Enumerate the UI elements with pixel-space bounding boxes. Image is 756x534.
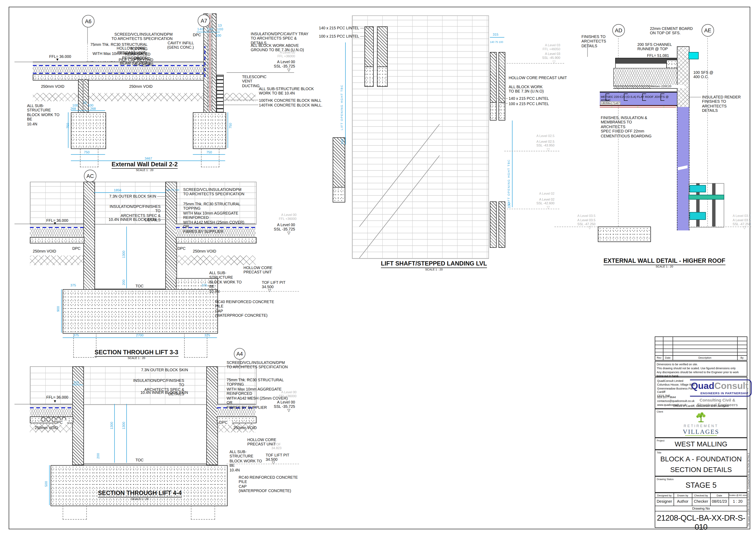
- leader-render: [689, 97, 701, 97]
- ffl-5: FFL= 51.081: [647, 54, 676, 58]
- client-label: Client: [657, 410, 663, 413]
- checked-by-value: Checker: [692, 499, 710, 504]
- dpc-left-3: DPC: [55, 420, 67, 425]
- bubble-ae-label: AE: [704, 28, 711, 33]
- project-box: Project WEST MALLING: [655, 438, 747, 450]
- level-00-3: A Level 00 SSL -35.725: [251, 400, 295, 409]
- dim-200: 200: [122, 280, 125, 285]
- level035-ghost-l: A Level 03.5: [554, 214, 595, 218]
- shaft-wall-l1: [364, 27, 374, 67]
- dim-200-3: 200: [96, 453, 100, 459]
- floor-ins-left: [30, 228, 84, 237]
- level03-line: [504, 63, 564, 64]
- detail-bubble-ad: AD: [612, 24, 625, 37]
- lift-opening-text-r: LIFT OPENING HGHT TBC: [507, 142, 510, 205]
- dim-3467: 3467: [145, 157, 152, 160]
- date-header: Date: [663, 356, 672, 359]
- bubble-a7-label: A7: [201, 18, 207, 24]
- teal-fill-2: [689, 212, 706, 220]
- lintel-l1: [364, 67, 374, 87]
- level035-l: A Level 03.5 SSL -47.250: [554, 218, 595, 226]
- level035-r-marker: ▽: [743, 226, 746, 230]
- outer-skin-3: 7.3N OUTER BLOCK SKIN: [140, 368, 188, 372]
- floor-ins-left-3: [30, 409, 72, 416]
- rev-header: Rev: [655, 356, 663, 359]
- tof-3-dash: [227, 464, 299, 464]
- dim-150-r: 150: [507, 202, 510, 208]
- hollow-core-4: HOLLOW CORE PRECAST UNIT: [509, 76, 571, 80]
- clip-3: ⌄: [662, 104, 665, 108]
- dim-500-line: [49, 465, 50, 505]
- bubble-a4-label: A4: [236, 351, 243, 357]
- metsec-band-note: METSEC 220-C20 (O.S.A) FLAT ROOF JOISTS …: [601, 95, 677, 102]
- dim-268l: 268: [70, 107, 76, 110]
- detail1-title: External Wall Detail 2-2: [112, 161, 178, 169]
- void-right-2: 250mm VOID: [193, 249, 222, 254]
- sfs100-note: 100 SFS @ 400 O.C.: [693, 70, 722, 80]
- dim-1300a: 1300: [110, 422, 113, 429]
- dim-bottom-line-2: [63, 337, 217, 338]
- detail2-title: SECTION THROUGH LIFT 3-3: [94, 349, 178, 357]
- dim-268r: 268: [90, 107, 96, 110]
- wall-dpc-vertical: [204, 46, 205, 77]
- dim-b750r-line: [193, 154, 225, 155]
- soil-hatch-left: [33, 93, 78, 101]
- dim-1856-line: [94, 192, 165, 193]
- date-value: 08/01/23: [710, 499, 728, 504]
- dpc-left-2: DPC: [72, 246, 85, 251]
- tof-2-dash: [116, 291, 299, 291]
- level025-line: [504, 151, 559, 151]
- level-ghost2: A Level 00 FFL +36000: [251, 213, 296, 221]
- dim-750-left: 750: [66, 123, 69, 128]
- toc-line-3: [83, 464, 206, 464]
- note-block-140: 140THK CONCRETE BLOCK WALL.: [259, 103, 326, 108]
- sfs-wall: [677, 46, 689, 111]
- detail1-scale: SCALE 1 : 20: [136, 169, 153, 172]
- level-00-marker: ▽: [287, 68, 290, 72]
- drawing-no-label: Drawing No: [655, 507, 747, 510]
- quadconsult-logo: QuadConsult ENGINEERS IN PARTNERSHIP Con…: [690, 379, 745, 407]
- ffl-3: FFL= 36.000: [46, 395, 75, 400]
- lift-wall-right: [165, 182, 177, 290]
- shaft-wall-l2: [377, 27, 388, 67]
- level035-ghost-r: A Level 03.5: [710, 214, 751, 218]
- dim-wall-4: 140 75 100: [490, 40, 503, 43]
- dpc-layer-2: [33, 73, 205, 74]
- detail3-scale: SCALE 1 : 20: [131, 497, 148, 500]
- pile-cap-right: [193, 112, 226, 149]
- pile-right: [184, 333, 207, 358]
- note-substructure-left: ALL SUB-STRUCTURE BLOCK WORK TO BE 10.4N: [27, 104, 66, 126]
- leader-lintel140r: [496, 98, 508, 99]
- level025-ghost: A Level 02.5: [511, 134, 554, 138]
- shaft-wall-r3: [490, 201, 497, 248]
- dim-900: 900: [57, 306, 60, 312]
- note-screed2: SCREED/VCL/INSULATION/DPM TO ARCHITECTS …: [183, 188, 246, 197]
- level-00-ghost: A Level 00 FFL +36000: [251, 51, 295, 59]
- logo-consult: Consult: [714, 381, 748, 391]
- soil-left: [30, 255, 84, 265]
- dim-375-capr: 375: [202, 283, 207, 287]
- retirement-villages-tree-icon: [695, 412, 707, 423]
- dim-bottom-750r: 750: [206, 150, 212, 154]
- ground-dash-r: [688, 227, 751, 227]
- note-outer-skin: 7.3N OUTER BLOCK SKIN: [108, 194, 156, 199]
- dim-w100r: 100: [88, 104, 94, 107]
- dim-1856: 1856: [114, 189, 121, 192]
- dim-wall-build: 140 75 100: [166, 189, 179, 192]
- membranes-note: FINISHES, INSULATION & MEMBRANES TO ARCH…: [601, 116, 654, 139]
- client-villages: VILLAGES: [655, 428, 747, 436]
- dim-2700: 2700: [136, 334, 144, 337]
- detail-bubble-ae: AE: [701, 24, 714, 37]
- level-00: A Level 00 SSL -35.725: [251, 60, 295, 69]
- dim-vent-100: 100: [216, 34, 221, 37]
- level02: A Level 02 SSL -42.600: [511, 198, 554, 205]
- lintel-l2: [377, 67, 388, 87]
- floor-conc-right: [176, 237, 256, 244]
- bubble-a6-label: A6: [85, 18, 92, 24]
- soil-hatch-right: [223, 93, 256, 101]
- level-00-2-marker: ▽: [287, 231, 290, 235]
- logo-quad: Quad: [691, 381, 714, 391]
- dim-bottom-750l: 750: [84, 150, 90, 154]
- detail5-title: EXTERNAL WALL DETAIL - HIGHER ROOF: [604, 257, 725, 265]
- note-screed: SCREED/VCL/INSULATION/DPM TO ARCHITECTS …: [101, 32, 173, 41]
